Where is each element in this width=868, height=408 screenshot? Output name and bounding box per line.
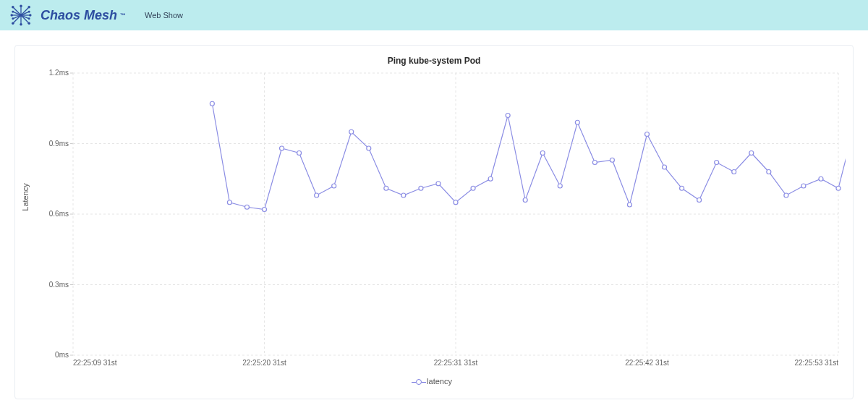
svg-point-42	[349, 129, 354, 134]
svg-point-8	[27, 6, 30, 9]
svg-point-48	[454, 200, 458, 205]
page-subtitle: Web Show	[145, 11, 183, 20]
svg-point-10	[20, 14, 22, 17]
svg-point-47	[436, 182, 441, 186]
svg-point-69	[819, 177, 823, 181]
svg-point-15	[12, 11, 14, 13]
x-tick-label: 22:25:31 31st	[434, 359, 478, 367]
y-tick-label: 0.9ms	[49, 140, 69, 148]
y-tick-label: 1.2ms	[49, 69, 69, 77]
svg-point-14	[27, 22, 30, 25]
svg-point-11	[29, 14, 32, 17]
app-header: Chaos Mesh ™ Web Show	[0, 0, 868, 30]
svg-point-45	[401, 193, 406, 197]
y-tick-label: 0ms	[55, 351, 69, 359]
svg-point-46	[419, 186, 423, 190]
svg-point-68	[801, 184, 806, 188]
svg-point-12	[12, 22, 14, 25]
svg-point-35	[227, 200, 231, 205]
svg-point-13	[20, 23, 22, 26]
svg-point-49	[471, 186, 475, 190]
svg-point-59	[645, 132, 650, 137]
svg-point-58	[627, 203, 631, 207]
svg-point-37	[263, 208, 267, 212]
svg-point-16	[28, 17, 30, 20]
x-tick-label: 22:25:20 31st	[242, 359, 286, 367]
svg-point-18	[28, 11, 30, 13]
legend-marker-icon	[416, 379, 422, 385]
svg-point-9	[10, 14, 13, 17]
svg-point-40	[315, 193, 319, 197]
chart-svg: 0ms0.3ms0.6ms0.9ms1.2ms22:25:09 31st22:2…	[22, 69, 846, 373]
svg-point-67	[784, 193, 788, 197]
svg-point-62	[697, 198, 702, 203]
svg-point-17	[12, 17, 14, 20]
svg-point-55	[575, 120, 579, 124]
svg-point-54	[558, 184, 562, 188]
x-tick-label: 22:25:09 31st	[73, 359, 117, 367]
x-tick-label: 22:25:42 31st	[625, 359, 669, 367]
brand-name: Chaos Mesh	[41, 8, 117, 23]
svg-point-64	[732, 170, 736, 174]
svg-point-7	[20, 4, 22, 7]
svg-point-61	[680, 186, 684, 190]
svg-point-63	[715, 161, 719, 165]
svg-point-70	[836, 186, 841, 190]
svg-point-57	[610, 158, 614, 162]
legend-label: latency	[427, 377, 452, 386]
svg-point-38	[280, 146, 284, 150]
svg-point-53	[540, 151, 545, 156]
svg-point-6	[12, 6, 14, 9]
svg-point-65	[749, 151, 754, 156]
chart-plot-area[interactable]: Latency 0ms0.3ms0.6ms0.9ms1.2ms22:25:09 …	[22, 69, 846, 373]
svg-point-43	[367, 146, 371, 150]
svg-point-66	[767, 170, 771, 174]
logo-icon	[9, 3, 33, 27]
svg-point-36	[244, 205, 249, 209]
svg-point-52	[523, 198, 527, 203]
x-tick-label: 22:25:53 31st	[794, 359, 838, 367]
svg-point-60	[663, 165, 667, 169]
svg-point-50	[488, 177, 493, 181]
svg-point-56	[592, 161, 597, 165]
svg-point-41	[332, 184, 336, 188]
svg-point-44	[384, 186, 388, 190]
main-content: Ping kube-system Pod Latency 0ms0.3ms0.6…	[0, 30, 868, 407]
svg-point-34	[210, 101, 214, 106]
chart-legend: latency	[22, 377, 846, 386]
svg-point-39	[297, 151, 302, 156]
svg-point-51	[506, 114, 510, 118]
y-tick-label: 0.6ms	[49, 210, 69, 218]
brand-trademark: ™	[120, 12, 126, 19]
chart-title: Ping kube-system Pod	[22, 56, 846, 66]
y-tick-label: 0.3ms	[49, 281, 69, 289]
chart-card: Ping kube-system Pod Latency 0ms0.3ms0.6…	[14, 45, 854, 399]
y-axis-label: Latency	[21, 183, 30, 211]
